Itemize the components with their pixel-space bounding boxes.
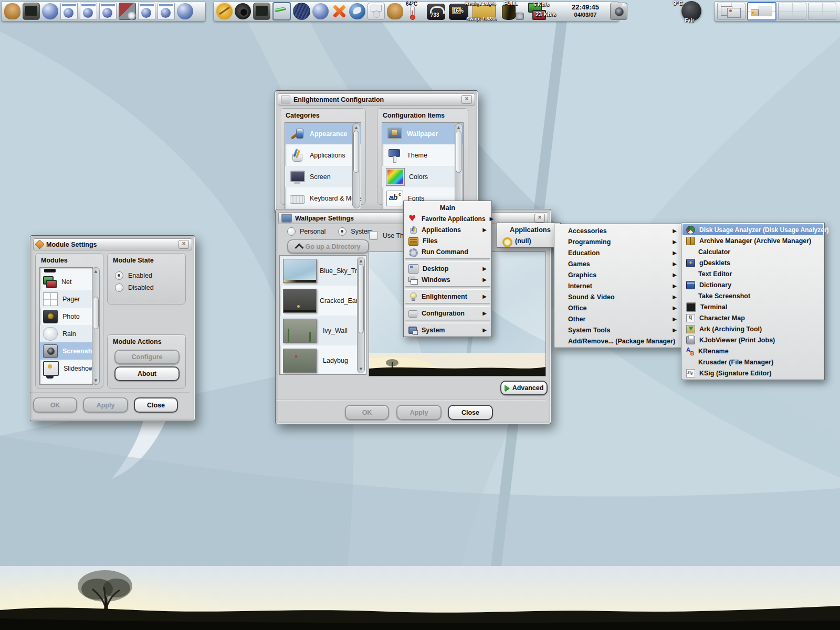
menu-item-desktop[interactable]: Desktop ▶	[405, 263, 490, 274]
globe-icon[interactable]	[177, 3, 193, 19]
advanced-button[interactable]: Advanced	[500, 381, 548, 395]
network-sphere-icon[interactable]	[293, 3, 310, 20]
menu-item-take-screenshot[interactable]: Take Screenshot	[682, 290, 823, 301]
speaker-icon[interactable]	[235, 3, 251, 19]
module-item-slideshow[interactable]: Slideshow	[40, 360, 92, 377]
module-item-partial[interactable]	[40, 268, 92, 273]
menu-item-archive-manager[interactable]: Archive Manager (Archive Manager)	[682, 235, 823, 246]
menu-item-education[interactable]: Education▶	[555, 247, 680, 258]
menu-item-run-command[interactable]: Run Command	[405, 246, 490, 257]
terminal-icon[interactable]	[253, 3, 270, 20]
rabbit-mascot-icon[interactable]	[4, 3, 20, 19]
menu-item-configuration[interactable]: ... Configuration ▶	[405, 308, 490, 319]
menu-item-krename[interactable]: KRename	[682, 345, 823, 356]
cpu-temp-gadget[interactable]: 64°C	[405, 2, 424, 20]
config-item-colors[interactable]: Colors	[382, 166, 463, 187]
configure-button[interactable]: Configure	[114, 350, 180, 364]
screenshot-camera-icon[interactable]	[610, 3, 627, 20]
menu-item-other[interactable]: Other▶	[555, 313, 680, 324]
menu-item-ksig[interactable]: KSig (Signature Editor)	[682, 368, 823, 379]
category-item-screen[interactable]: Screen	[285, 166, 361, 187]
config-window-titlebar[interactable]: ... Enlightenment Configuration ×	[278, 93, 475, 106]
menu-item-applications[interactable]: Applications ▶	[405, 224, 490, 235]
configuration-items-scrollbar[interactable]: ▲	[455, 123, 463, 208]
menu-item-games[interactable]: Games▶	[555, 258, 680, 269]
module-item-net[interactable]: Net	[40, 273, 92, 290]
menu-item-sound-video[interactable]: Sound & Video▶	[555, 291, 680, 302]
menu-item-office[interactable]: Office▶	[555, 302, 680, 313]
close-icon[interactable]: ×	[178, 240, 189, 249]
wallpaper-item-blue-sky-tree[interactable]: Blue_Sky_Tree	[280, 256, 366, 286]
menu-item-calculator[interactable]: Calculator	[682, 246, 823, 257]
menu-item-add-remove[interactable]: Add/Remove... (Package Manager)	[555, 335, 680, 346]
wallpaper-item-ladybug[interactable]: Ladybug	[280, 345, 366, 375]
enabled-radio[interactable]	[115, 271, 123, 280]
apply-button[interactable]: Apply	[83, 397, 128, 413]
menu-item-system[interactable]: System ▶	[405, 324, 490, 335]
module-item-screenshot[interactable]: Screenshot	[40, 342, 92, 360]
config-item-theme[interactable]: Theme	[382, 144, 463, 166]
package-cd-icon[interactable]	[119, 3, 136, 20]
category-item-appearance[interactable]: Appearance	[285, 123, 361, 144]
menu-item-files[interactable]: Files	[405, 235, 490, 246]
close-icon[interactable]: ×	[534, 214, 545, 223]
menu-item-disk-usage-analyzer[interactable]: Disk Usage Analyzer (Disk Usage Analyzer…	[682, 224, 823, 235]
sun-clock-icon[interactable]	[216, 3, 233, 19]
web-document-icon[interactable]	[138, 3, 155, 20]
disabled-radio[interactable]	[115, 284, 123, 292]
menu-item-null[interactable]: (null)	[498, 235, 559, 246]
menu-item-internet[interactable]: Internet▶	[555, 280, 680, 291]
weather-gadget[interactable]: 9°C Fair	[680, 1, 704, 22]
close-button[interactable]: Close	[448, 405, 493, 420]
config-item-wallpaper[interactable]: Wallpaper	[382, 123, 463, 144]
module-item-pager[interactable]: Pager	[40, 290, 92, 308]
category-item-applications[interactable]: Applications	[285, 144, 361, 166]
menu-item-ark[interactable]: Ark (Archiving Tool)	[682, 323, 823, 334]
modules-scrollbar[interactable]: ▲ ▼	[92, 267, 100, 385]
menu-item-graphics[interactable]: Graphics▶	[555, 269, 680, 280]
menu-item-system-tools[interactable]: System Tools▶	[555, 324, 680, 335]
menu-item-accessories[interactable]: Accessories▶	[555, 225, 680, 236]
xchat-icon[interactable]	[331, 3, 347, 19]
globe-icon[interactable]	[312, 3, 329, 19]
categories-scrollbar[interactable]: ▲	[352, 123, 360, 208]
menu-item-krusader[interactable]: Krusader (File Manager)	[682, 356, 823, 368]
personal-radio[interactable]	[287, 227, 296, 236]
activity-monitor-icon[interactable]	[272, 2, 291, 20]
web-document-icon[interactable]	[158, 3, 175, 20]
pager-desktop-2-active[interactable]	[747, 2, 776, 20]
menu-item-kjobviewer[interactable]: KJobViewer (Print Jobs)	[682, 334, 823, 345]
menu-item-favorite-applications[interactable]: Favorite Applications ▶	[405, 213, 490, 224]
battery-gadget[interactable]: FULL	[500, 2, 525, 20]
rabbit-mascot-icon[interactable]	[387, 3, 403, 19]
ok-button[interactable]: OK	[345, 405, 389, 420]
menu-item-dictionary[interactable]: Dictionary	[682, 279, 823, 290]
menu-item-windows[interactable]: Windows ▶	[405, 274, 490, 285]
clock-gadget[interactable]: 22:49:45 04/03/07	[563, 2, 608, 20]
menu-item-terminal[interactable]: Terminal	[682, 301, 823, 312]
web-document-icon[interactable]	[60, 3, 78, 20]
about-button[interactable]: About	[114, 366, 180, 381]
close-button[interactable]: Close	[134, 397, 178, 413]
close-icon[interactable]: ×	[461, 95, 472, 104]
ok-button[interactable]: OK	[33, 397, 77, 413]
menu-item-programming[interactable]: Programming▶	[555, 236, 680, 247]
go-up-directory-button[interactable]: Go up a Directory	[287, 239, 369, 254]
apply-button[interactable]: Apply	[396, 405, 442, 420]
pager-desktop-1[interactable]	[717, 3, 746, 20]
globe-icon[interactable]	[42, 3, 58, 19]
wallpaper-list-scrollbar[interactable]: ▲ ▼	[357, 257, 365, 373]
module-item-photo[interactable]: Photo	[40, 308, 92, 325]
menu-item-gdesklets[interactable]: + gDesklets	[682, 257, 823, 268]
category-item-keyboard-mouse[interactable]: Keyboard & Mouse	[285, 187, 361, 209]
system-radio[interactable]	[338, 227, 346, 236]
menu-item-enlightenment[interactable]: Enlightenment ▶	[405, 291, 490, 302]
wolf-browser-icon[interactable]	[349, 3, 365, 19]
wallpaper-item-ivy-wall[interactable]: Ivy_Wall	[280, 316, 366, 345]
menu-item-character-map[interactable]: Character Map	[682, 312, 823, 323]
ipod-icon[interactable]	[368, 3, 385, 20]
memory-gadget[interactable]: Real: 64.36% Swap: 1.68%	[471, 2, 498, 20]
fan-gauge-gadget[interactable]: 733	[426, 2, 446, 20]
menu-item-text-editor[interactable]: Text Editor	[682, 268, 823, 279]
pager-desktop-4[interactable]	[808, 3, 836, 20]
